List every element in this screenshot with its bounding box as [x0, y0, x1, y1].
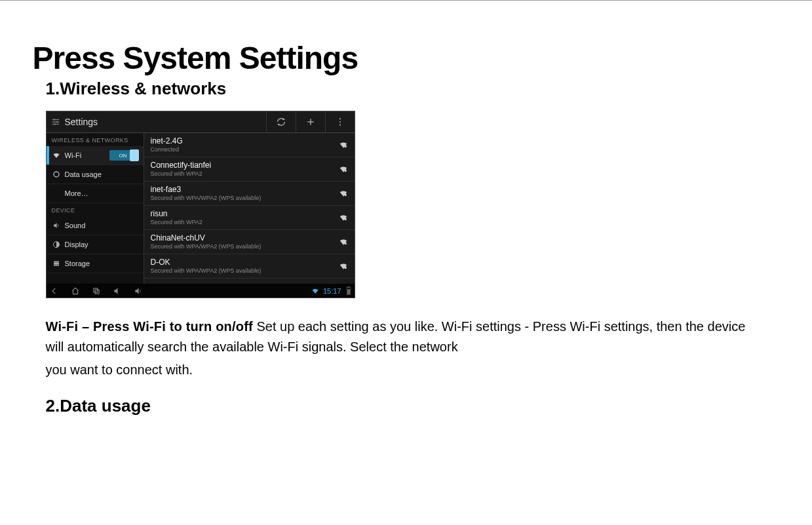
- network-item-text: D-OK Secured with WPA/WPA2 (WPS availabl…: [151, 258, 339, 275]
- network-item-text: inet-2.4G Connected: [151, 137, 339, 153]
- wifi-signal-secured-icon: [339, 165, 348, 174]
- wifi-bold-lead: Wi-Fi – Press Wi-Fi to turn on/off: [46, 319, 253, 334]
- svg-rect-23: [347, 289, 349, 294]
- scan-button[interactable]: [266, 111, 296, 132]
- volume-up-button[interactable]: [133, 286, 144, 296]
- svg-rect-18: [344, 243, 346, 245]
- section-2-heading: 2.Data usage: [46, 396, 767, 416]
- navbar-left: [49, 286, 301, 296]
- svg-point-3: [53, 119, 54, 120]
- svg-rect-1: [52, 121, 59, 122]
- svg-point-8: [339, 125, 340, 126]
- svg-rect-0: [52, 119, 59, 120]
- android-navbar: 15:17: [47, 284, 355, 298]
- settings-sidebar: WIRELESS & NETWORKS Wi-Fi ON Data: [47, 133, 144, 284]
- wifi-status-icon: [311, 287, 319, 295]
- sidebar-item-storage[interactable]: Storage: [47, 254, 144, 273]
- titlebar: Settings: [47, 111, 355, 133]
- network-item-text: Connectify-tianfei Secured with WPA2: [151, 161, 339, 178]
- network-item[interactable]: Connectify-tianfei Secured with WPA2: [144, 157, 355, 182]
- svg-rect-19: [344, 267, 346, 269]
- settings-icon: [50, 117, 61, 127]
- network-status: Connected: [151, 146, 339, 153]
- network-item[interactable]: inet-fae3 Secured with WPA/WPA2 (WPS ava…: [144, 182, 355, 206]
- network-item-text: inet-fae3 Secured with WPA/WPA2 (WPS ava…: [151, 185, 339, 202]
- sidebar-item-wifi[interactable]: Wi-Fi ON: [47, 146, 144, 165]
- network-name: inet-2.4G: [151, 137, 339, 146]
- wifi-icon: [52, 151, 61, 160]
- sidebar-item-sound[interactable]: Sound: [47, 216, 144, 235]
- wifi-signal-secured-icon: [339, 237, 348, 246]
- wifi-description-para: Wi-Fi – Press Wi-Fi to turn on/off Set u…: [46, 318, 767, 379]
- sidebar-item-label: Data usage: [65, 170, 102, 178]
- wifi-para-rest: Set up each setting as you like. Wi-Fi s…: [253, 319, 745, 334]
- sound-icon: [52, 221, 61, 230]
- data-usage-icon: [52, 170, 61, 179]
- network-status: Secured with WPA/WPA2 (WPS available): [151, 195, 339, 202]
- navbar-right: 15:17: [311, 286, 352, 296]
- svg-point-6: [339, 118, 340, 119]
- wifi-signal-secured-icon: [339, 189, 348, 198]
- network-status: Secured with WPA2: [151, 219, 339, 226]
- titlebar-left: Settings: [47, 117, 266, 127]
- svg-rect-16: [344, 194, 346, 197]
- network-item[interactable]: inet-2.4G Connected: [144, 133, 355, 157]
- network-item[interactable]: D-OK Secured with WPA/WPA2 (WPS availabl…: [144, 254, 355, 279]
- sidebar-item-label: Display: [65, 241, 88, 248]
- sidebar-item-display[interactable]: Display: [47, 235, 144, 254]
- svg-rect-24: [347, 286, 349, 287]
- sidebar-header-wireless: WIRELESS & NETWORKS: [47, 133, 144, 146]
- wifi-toggle[interactable]: ON: [109, 150, 138, 161]
- network-name: ChinaNet-chUV: [151, 234, 339, 243]
- android-settings-screenshot: Settings WIRELESS & NETWORKS: [46, 111, 355, 298]
- network-status: Secured with WPA/WPA2 (WPS available): [151, 243, 339, 250]
- network-status: Secured with WPA2: [151, 170, 339, 178]
- network-item-text: risun Secured with WPA2: [151, 210, 339, 226]
- battery-status-icon: [345, 286, 352, 296]
- network-name: D-OK: [151, 258, 339, 267]
- network-status: Secured with WPA/WPA2 (WPS available): [151, 267, 339, 275]
- network-item[interactable]: ChinaNet-chUV Secured with WPA/WPA2 (WPS…: [144, 230, 355, 254]
- add-network-button[interactable]: [296, 111, 325, 132]
- sidebar-header-device: DEVICE: [47, 203, 144, 216]
- home-button[interactable]: [70, 286, 81, 296]
- sidebar-item-label: Storage: [65, 260, 90, 267]
- svg-rect-14: [344, 146, 346, 148]
- svg-rect-12: [54, 263, 59, 264]
- overflow-menu-button[interactable]: [325, 111, 355, 132]
- display-icon: [52, 240, 61, 249]
- svg-point-4: [56, 121, 58, 123]
- wifi-para-line3: you want to connect with.: [46, 361, 767, 379]
- sidebar-item-more[interactable]: More…: [47, 184, 144, 203]
- section-1-heading: 1.Wireless & networks: [46, 79, 767, 99]
- wifi-network-list: inet-2.4G Connected Connectify-tianfei S…: [144, 133, 355, 284]
- svg-rect-17: [344, 218, 346, 221]
- svg-point-5: [54, 123, 55, 125]
- recent-apps-button[interactable]: [91, 286, 102, 296]
- toggle-label: ON: [119, 153, 127, 159]
- status-clock: 15:17: [323, 287, 341, 295]
- svg-point-9: [54, 172, 59, 177]
- blank-icon: [52, 189, 61, 198]
- wifi-signal-secured-icon: [339, 262, 348, 271]
- network-item-text: ChinaNet-chUV Secured with WPA/WPA2 (WPS…: [151, 234, 339, 250]
- titlebar-actions: [266, 111, 355, 132]
- wifi-para-line2: will automatically search the available …: [46, 338, 767, 356]
- sidebar-item-label: Wi-Fi: [65, 151, 82, 159]
- settings-body: WIRELESS & NETWORKS Wi-Fi ON Data: [47, 133, 355, 284]
- sidebar-item-data-usage[interactable]: Data usage: [47, 165, 144, 184]
- document-page: Press System Settings 1.Wireless & netwo…: [46, 1, 767, 442]
- back-button[interactable]: [49, 286, 60, 296]
- titlebar-title: Settings: [65, 117, 98, 127]
- storage-icon: [52, 259, 61, 268]
- svg-rect-13: [54, 265, 59, 266]
- sidebar-item-label: More…: [65, 189, 88, 197]
- svg-rect-15: [344, 170, 346, 172]
- volume-down-button[interactable]: [112, 286, 123, 296]
- network-item[interactable]: risun Secured with WPA2: [144, 206, 355, 230]
- network-name: inet-fae3: [151, 185, 339, 195]
- doc-title: Press System Settings: [33, 40, 767, 76]
- toggle-knob: [130, 149, 139, 161]
- network-name: Connectify-tianfei: [151, 161, 339, 170]
- wifi-signal-secured-icon: [339, 213, 348, 222]
